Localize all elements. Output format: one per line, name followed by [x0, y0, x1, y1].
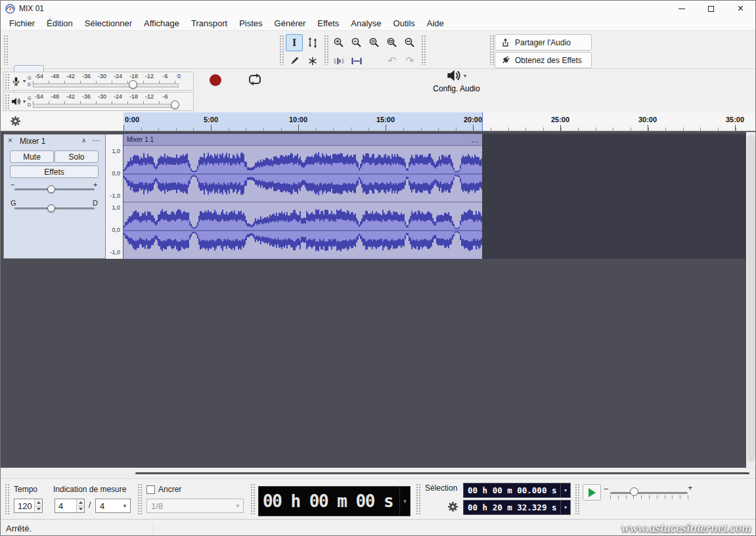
vertical-ruler[interactable]: 1,0 0,0 -1,0 1,0 0,0 -1,0 [106, 134, 123, 259]
tempo-spin-buttons[interactable] [34, 499, 42, 512]
zoom-toggle-button[interactable] [401, 34, 418, 51]
recording-meter-scale[interactable]: -54 -48 -42 -36 -30 -24 -18 -12 -6 0 [33, 72, 184, 90]
close-icon: × [738, 3, 744, 14]
silence-selection-button[interactable] [348, 53, 365, 70]
selection-toolbar-grip[interactable] [416, 483, 420, 515]
playback-volume-slider[interactable] [171, 100, 179, 109]
loop-button[interactable] [240, 65, 270, 95]
draw-tool-button[interactable] [286, 53, 303, 70]
mute-button[interactable]: Mute [10, 150, 54, 163]
track-canvas[interactable]: × Mixer 1 ∧ … Mute Solo Effets − + G D 1… [1, 131, 756, 468]
track-empty-area[interactable] [482, 134, 745, 259]
audio-clip[interactable]: Mixer 1.1 … [123, 134, 482, 259]
time-toolbar-grip[interactable] [250, 483, 255, 515]
snap-interval-dropdown[interactable]: 1/8 ▾ [146, 499, 244, 513]
minimize-button[interactable] [667, 1, 696, 16]
menu-item-affichage[interactable]: Affichage [138, 16, 185, 30]
selection-options-button[interactable] [445, 499, 460, 514]
selection-start-field[interactable]: 00 h 00 m 00.000 s ▾ [463, 483, 571, 498]
share-toolbar-grip[interactable] [489, 35, 494, 65]
waveform-right-channel[interactable] [123, 202, 482, 258]
snapping-toolbar-grip[interactable] [137, 483, 142, 515]
menu-item-fichier[interactable]: Fichier [3, 16, 41, 30]
menu-item-transport[interactable]: Transport [185, 16, 233, 30]
selection-end-value: 00 h 20 m 32.329 s [464, 502, 560, 512]
snap-label: Ancrer [158, 485, 181, 494]
timeline-options-button[interactable] [10, 116, 21, 127]
timeline-ruler[interactable]: 0:00 5:00 10:00 15:00 20:00 25:00 30:00 … [1, 112, 755, 131]
effects-button[interactable]: Effets [10, 166, 99, 178]
close-button[interactable]: × [726, 1, 755, 16]
playback-speed-slider[interactable] [610, 492, 688, 494]
menu-item-analyse[interactable]: Analyse [345, 16, 387, 30]
vertical-scrollbar[interactable] [746, 132, 756, 468]
status-message: Arrêté. [6, 524, 32, 533]
selection-tool-button[interactable]: I [286, 34, 303, 51]
multi-tool-button[interactable] [304, 53, 321, 70]
share-audio-button[interactable]: Partager l'Audio [495, 34, 592, 51]
zoom-in-button[interactable] [330, 34, 347, 51]
zoom-selection-button[interactable] [366, 34, 383, 51]
tempo-spinner[interactable]: 120 [14, 499, 43, 513]
tools-toolbar-grip[interactable] [279, 35, 284, 65]
recording-meter-grip[interactable] [5, 74, 9, 89]
horizontal-scrollbar[interactable] [1, 468, 755, 478]
track-menu-kebab-icon[interactable]: … [92, 133, 101, 143]
snap-checkbox[interactable] [146, 485, 155, 494]
menu-item-effets[interactable]: Effets [311, 16, 345, 30]
menu-item-generer[interactable]: Générer [269, 16, 312, 30]
solo-button[interactable]: Solo [55, 150, 99, 163]
audio-position-display[interactable]: 00 h 00 m 00 s ▾ [258, 486, 411, 516]
zoom-fit-button[interactable] [384, 34, 401, 51]
vertical-scrollbar-thumb[interactable] [747, 135, 755, 462]
transport-toolbar-grip[interactable] [3, 35, 8, 65]
track-collapse-icon[interactable]: ∧ [81, 137, 86, 144]
chevron-down-icon[interactable]: ▾ [399, 487, 410, 516]
envelope-tool-button[interactable] [304, 34, 321, 51]
undo-button[interactable]: ↶ [384, 53, 401, 70]
playback-meter-scale[interactable]: -54 -48 -42 -36 -30 -24 -18 -12 -6 [33, 93, 184, 110]
chevron-down-icon[interactable]: ▾ [560, 501, 570, 514]
zoom-out-button[interactable] [348, 34, 365, 51]
menu-item-pistes[interactable]: Pistes [233, 16, 268, 30]
menu-item-aide[interactable]: Aide [421, 16, 450, 30]
maximize-icon [708, 6, 714, 12]
audio-setup-toolbar-grip[interactable] [421, 35, 426, 65]
playback-speed-thumb[interactable] [630, 487, 638, 496]
audio-setup-button[interactable]: ▾ Config. Audio [426, 64, 487, 98]
get-effects-button[interactable]: Obtenez des Effets [495, 52, 592, 68]
gain-slider-thumb[interactable] [47, 185, 55, 193]
pan-slider-thumb[interactable] [47, 204, 55, 212]
track-close-button[interactable]: × [8, 136, 12, 145]
play-at-speed-button[interactable] [583, 484, 601, 501]
clip-menu-kebab-icon[interactable]: … [471, 135, 479, 145]
record-button[interactable] [200, 65, 231, 95]
speaker-icon [447, 68, 461, 83]
track-control-panel[interactable]: × Mixer 1 ∧ … Mute Solo Effets − + G D [3, 134, 106, 259]
waveform-left-channel[interactable] [123, 146, 482, 202]
playback-meter-grip[interactable] [5, 94, 9, 109]
menu-item-outils[interactable]: Outils [388, 16, 421, 30]
recording-volume-slider[interactable] [129, 80, 137, 89]
maximize-button[interactable] [696, 1, 726, 16]
time-signature-slash: / [89, 501, 91, 510]
edit-toolbar-grip[interactable] [324, 35, 328, 65]
time-signature-lower-dropdown[interactable]: 4 ▾ [95, 499, 131, 513]
time-signature-spin-buttons[interactable] [76, 499, 84, 512]
playback-meter-toolbar[interactable]: ▾ GD -54 -48 -42 -36 -30 -24 -18 -12 -6 [3, 92, 194, 111]
clip-header[interactable]: Mixer 1.1 … [123, 134, 482, 146]
chevron-down-icon[interactable]: ▾ [560, 483, 570, 497]
gain-min-label: − [11, 181, 14, 189]
track-name[interactable]: Mixer 1 [20, 137, 45, 146]
recording-channel-labels: GD [28, 75, 31, 87]
redo-button[interactable]: ↷ [401, 53, 418, 70]
time-signature-toolbar-grip[interactable] [5, 483, 9, 515]
time-signature-upper-spinner[interactable]: 4 [55, 499, 85, 513]
horizontal-scrollbar-thumb[interactable] [135, 472, 749, 474]
selection-end-field[interactable]: 00 h 20 m 32.329 s ▾ [463, 500, 571, 515]
play-at-speed-toolbar-grip[interactable] [575, 483, 579, 515]
menu-item-selectionner[interactable]: Sélectionner [79, 16, 138, 30]
trim-outside-selection-button[interactable] [330, 53, 347, 70]
recording-meter-toolbar[interactable]: ▾ GD -54 -48 -42 -36 -30 -24 -18 -12 -6 … [3, 72, 194, 91]
menu-item-edition[interactable]: Édition [41, 16, 79, 30]
